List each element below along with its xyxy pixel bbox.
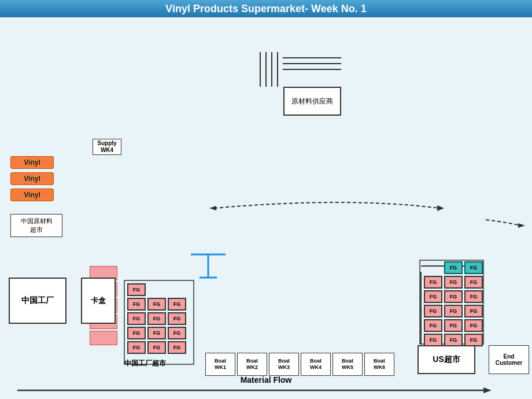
vinyl-roll-1: Vinyl [10, 156, 54, 169]
card-box: 卡盒 [81, 278, 116, 324]
title-bar: Vinyl Products Supermarket- Week No. 1 [0, 0, 532, 17]
us-supermarket: US超市 [418, 345, 475, 374]
fg-box-us-cyan2: FG [464, 261, 483, 274]
main-canvas: 原材料供应商 SupplyWK1 SuppylWK2 SupplyWK3 Sup… [0, 17, 532, 399]
fg-box-c3: FG [147, 298, 166, 311]
china-raw-material: 中国原材料 超市 [10, 214, 62, 237]
china-factory: 中国工厂 [9, 278, 66, 324]
fg-box-us15: FG [464, 334, 483, 346]
fg-box-c4: FG [168, 298, 186, 311]
fg-box-c2: FG [127, 298, 146, 311]
vinyl-roll-3: Vinyl [10, 189, 54, 201]
fg-box-us9: FG [464, 305, 483, 317]
svg-marker-8 [518, 223, 525, 228]
china-factory-label: 中国工厂 [21, 295, 54, 306]
boat-wk2: BoatWK2 [237, 353, 267, 376]
fg-box-us5: FG [444, 290, 463, 303]
fg-box-us8: FG [444, 305, 463, 317]
fg-box-us6: FG [464, 290, 483, 303]
fg-box-us2: FG [444, 276, 463, 289]
supply-wk4: SupplyWK4 [93, 139, 121, 155]
fg-box-us13: FG [424, 334, 442, 346]
fg-box-us10: FG [424, 319, 442, 332]
svg-marker-16 [483, 387, 492, 393]
boat-wk5: BoatWK5 [332, 353, 363, 376]
fg-box-us4: FG [424, 290, 442, 303]
china-raw-line2: 超市 [13, 226, 60, 234]
end-customer: End Customer [489, 345, 529, 374]
us-supermarket-label: US超市 [433, 354, 460, 365]
svg-marker-7 [437, 205, 444, 211]
supplier-label: 原材料供应商 [291, 97, 333, 106]
card-box-label: 卡盒 [91, 295, 106, 306]
fg-box-c12: FG [147, 341, 166, 354]
material-flow-label: Material Flow [241, 375, 292, 385]
pink-stack-5 [90, 331, 117, 345]
fg-box-c13: FG [168, 341, 186, 354]
boat-wk4: BoatWK4 [301, 353, 331, 376]
fg-box-us14: FG [444, 334, 463, 346]
fg-box-us11: FG [444, 319, 463, 332]
boat-wk6: BoatWK6 [364, 353, 394, 376]
fg-box-c8: FG [127, 327, 146, 339]
vinyl-roll-2: Vinyl [10, 172, 54, 185]
end-customer-line1: End [504, 353, 515, 360]
supplier-box: 原材料供应商 [283, 87, 341, 116]
fg-box-us-cyan1: FG [444, 261, 463, 274]
china-supermarket-label: 中国工厂超市 [124, 359, 166, 368]
fg-box-c10: FG [168, 327, 186, 339]
boat-wk3: BoatWK3 [269, 353, 299, 376]
fg-box-us7: FG [424, 305, 442, 317]
china-raw-line1: 中国原材料 [13, 217, 60, 226]
fg-box-us12: FG [464, 319, 483, 332]
fg-box-c7: FG [168, 312, 186, 325]
fg-box-c1: FG [127, 283, 146, 296]
fg-box-c11: FG [127, 341, 146, 354]
svg-marker-9 [209, 206, 216, 210]
page-title: Vinyl Products Supermarket- Week No. 1 [165, 3, 366, 15]
end-customer-line2: Customer [496, 360, 523, 366]
fg-box-us1: FG [424, 276, 442, 289]
fg-box-c5: FG [127, 312, 146, 325]
fg-box-c6: FG [147, 312, 166, 325]
fg-box-c9: FG [147, 327, 166, 339]
boat-wk1: BoatWK1 [205, 353, 235, 376]
fg-box-us3: FG [464, 276, 483, 289]
